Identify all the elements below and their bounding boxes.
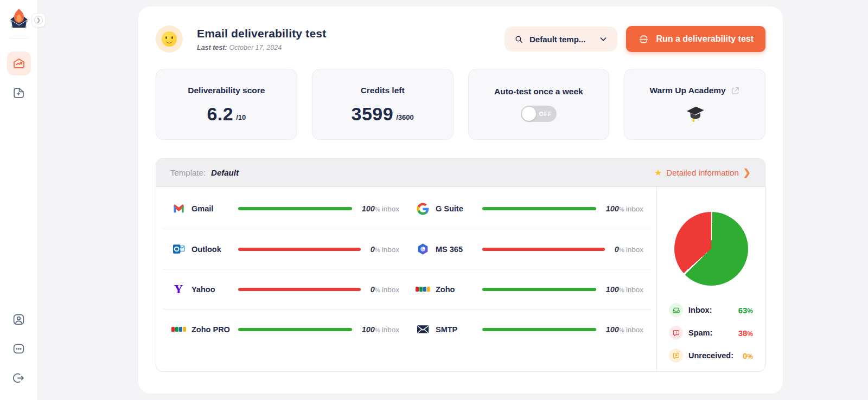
- gsuite-icon: [416, 202, 430, 215]
- external-link-icon: [731, 86, 740, 95]
- smtp-envelope-icon: [416, 323, 430, 336]
- provider-status-bar: [482, 207, 596, 210]
- sidebar-divider: [9, 38, 29, 38]
- unreceived-icon: [669, 349, 683, 363]
- provider-status-bar: [238, 288, 361, 291]
- run-button-label: Run a deliverability test: [656, 34, 754, 44]
- page-title: Email deliverability test: [197, 27, 326, 40]
- spam-icon: [669, 326, 683, 340]
- zoho-icon: [416, 283, 430, 296]
- provider-row-smtp: SMTP 100%inbox: [407, 323, 651, 336]
- academy-card[interactable]: Warm Up Academy: [624, 69, 765, 140]
- legend-value: 0%: [743, 351, 753, 360]
- provider-status-bar: [238, 248, 361, 251]
- legend-value: 38%: [738, 328, 753, 338]
- credits-left-label: Credits left: [361, 86, 405, 95]
- search-icon: [514, 35, 524, 44]
- deliverability-score-total: /10: [236, 113, 246, 121]
- provider-name: Outlook: [192, 245, 235, 254]
- toggle-state-label: OFF: [539, 111, 552, 117]
- academy-label: Warm Up Academy: [650, 86, 726, 95]
- provider-score: 0%inbox: [615, 244, 643, 254]
- stats-row: Deliverability score 6.2 /10 Credits lef…: [156, 69, 765, 140]
- deliverability-score-label: Deliverability score: [188, 86, 265, 95]
- graduation-cap-icon: [684, 105, 706, 123]
- chevron-right-icon: ❯: [34, 16, 43, 24]
- template-dropdown[interactable]: Default temp...: [505, 27, 617, 51]
- provider-name: MS 365: [436, 245, 479, 254]
- provider-name: Zoho: [436, 285, 479, 294]
- credits-left-total: /3600: [396, 113, 414, 121]
- main-content-card: Email deliverability test Last test:Octo…: [138, 7, 783, 393]
- sidebar-item-account[interactable]: [7, 310, 31, 328]
- zoho-pro-icon: [171, 323, 186, 336]
- providers-grid: Gmail 100%inbox G: [156, 187, 656, 372]
- credits-left-value: 3599: [352, 105, 394, 123]
- template-dropdown-value: Default temp...: [529, 35, 585, 44]
- provider-score: 100%inbox: [362, 325, 399, 334]
- provider-score: 0%inbox: [371, 285, 399, 294]
- chevron-down-icon: [599, 35, 608, 43]
- results-summary: Inbox: 63% Spam: 38%: [656, 187, 765, 372]
- warmup-inbox-logo-icon[interactable]: [8, 8, 30, 29]
- last-test-date: October 17, 2024: [229, 44, 282, 51]
- provider-row-zoho: Zoho 100%inbox: [407, 283, 651, 296]
- template-name: Default: [211, 168, 239, 177]
- toggle-knob: [522, 107, 536, 121]
- autotest-toggle[interactable]: OFF: [521, 106, 557, 122]
- provider-score: 100%inbox: [606, 285, 643, 294]
- provider-status-bar: [238, 328, 352, 331]
- chevron-right-icon: ❯: [743, 168, 751, 177]
- deliverability-score-value: 6.2: [207, 105, 233, 123]
- autotest-card: Auto-test once a week OFF: [468, 69, 610, 140]
- legend-row-inbox: Inbox: 63%: [669, 299, 753, 321]
- provider-score: 100%inbox: [606, 325, 643, 334]
- run-deliverability-test-button[interactable]: Run a deliverability test: [626, 26, 765, 52]
- legend-label: Spam:: [688, 328, 712, 337]
- last-test-line: Last test:October 17, 2024: [197, 44, 326, 51]
- provider-row-zoho-pro: Zoho PRO 100%inbox: [163, 323, 407, 336]
- sidebar-item-new-test[interactable]: [7, 81, 31, 105]
- page-header: Email deliverability test Last test:Octo…: [156, 25, 765, 53]
- chat-dots-icon: [12, 342, 25, 356]
- gmail-icon: [171, 202, 186, 215]
- legend-label: Inbox:: [688, 306, 712, 314]
- legend-row-unreceived: Unreceived: 0%: [669, 344, 753, 367]
- deliverability-chart-icon: [12, 57, 25, 70]
- inbox-icon: [669, 303, 683, 317]
- yahoo-icon: Y: [171, 283, 186, 296]
- template-label: Template:: [170, 168, 206, 177]
- results-panel-header: Template: Default ★ Detailed information…: [156, 159, 765, 187]
- provider-row-yahoo: Y Yahoo 0%inbox: [163, 283, 407, 296]
- provider-name: Yahoo: [192, 285, 235, 294]
- provider-score: 0%inbox: [371, 244, 399, 254]
- provider-row-ms365: MS 365 0%inbox: [407, 243, 651, 256]
- provider-row-outlook: Outlook 0%inbox: [163, 243, 407, 256]
- detailed-information-link[interactable]: ★ Detailed information ❯: [654, 167, 751, 178]
- provider-row-gmail: Gmail 100%inbox: [163, 202, 407, 215]
- sidebar-item-logout[interactable]: [7, 369, 31, 387]
- ms365-icon: [416, 243, 430, 256]
- provider-name: G Suite: [436, 204, 479, 213]
- legend-value: 63%: [738, 306, 753, 315]
- provider-name: Gmail: [192, 204, 235, 213]
- provider-score: 100%inbox: [362, 204, 399, 214]
- sidebar-item-support-chat[interactable]: [7, 339, 31, 358]
- user-icon: [12, 313, 25, 326]
- outlook-icon: [171, 243, 186, 256]
- provider-name: Zoho PRO: [192, 325, 235, 334]
- provider-status-bar: [482, 328, 596, 331]
- provider-row-gsuite: G Suite 100%inbox: [407, 202, 651, 215]
- sidebar-expand-button[interactable]: ❯: [31, 13, 46, 27]
- credits-left-card: Credits left 3599 /3600: [312, 69, 454, 140]
- deliverability-pie-chart: [674, 212, 748, 286]
- deliverability-score-card: Deliverability score 6.2 /10: [156, 69, 297, 140]
- provider-status-bar: [482, 248, 605, 251]
- results-panel: Template: Default ★ Detailed information…: [156, 158, 765, 372]
- sidebar-item-deliverability[interactable]: [7, 51, 31, 75]
- sidebar: ❯: [0, 0, 38, 400]
- last-test-label: Last test:: [197, 44, 227, 51]
- pie-legend: Inbox: 63% Spam: 38%: [669, 299, 753, 367]
- detailed-information-label: Detailed information: [666, 168, 738, 177]
- star-icon: ★: [654, 167, 662, 178]
